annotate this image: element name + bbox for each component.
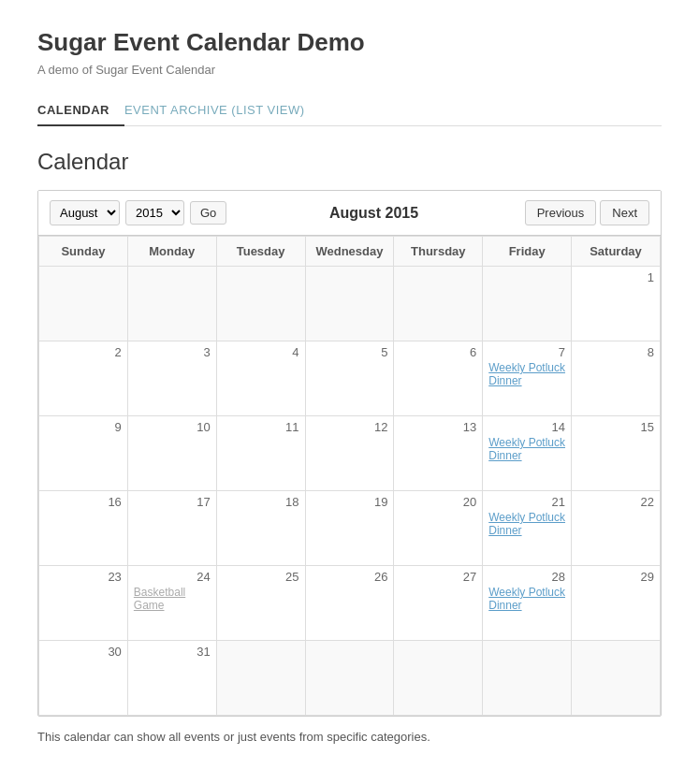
day-cell-empty — [483, 641, 572, 716]
day-cell-27: 27 — [394, 566, 483, 641]
day-cell-24: 24 Basketball Game — [127, 566, 216, 641]
day-cell-4: 4 — [216, 341, 305, 416]
calendar-title: August 2015 — [226, 205, 520, 222]
day-cell-28: 28 Weekly Potluck Dinner — [483, 566, 572, 641]
table-row: 30 31 — [39, 641, 661, 716]
day-cell-18: 18 — [216, 491, 305, 566]
header-thursday: Thursday — [394, 237, 483, 267]
day-cell-9: 9 — [39, 416, 128, 491]
header-monday: Monday — [127, 237, 216, 267]
page-wrapper: Sugar Event Calendar Demo A demo of Suga… — [0, 0, 699, 784]
calendar-grid: Sunday Monday Tuesday Wednesday Thursday… — [38, 236, 661, 716]
month-select[interactable]: August — [50, 200, 120, 225]
day-cell-empty — [305, 267, 394, 341]
header-wednesday: Wednesday — [305, 237, 394, 267]
day-cell-7: 7 Weekly Potluck Dinner — [483, 341, 572, 416]
event-weekly-potluck-28[interactable]: Weekly Potluck Dinner — [488, 586, 565, 612]
day-cell-15: 15 — [572, 416, 661, 491]
header-saturday: Saturday — [572, 237, 661, 267]
next-button[interactable]: Next — [600, 200, 649, 225]
day-cell-empty — [483, 267, 572, 341]
day-cell-8: 8 — [572, 341, 661, 416]
day-cell-empty — [572, 641, 661, 716]
day-cell-20: 20 — [394, 491, 483, 566]
tab-event-archive[interactable]: EVENT ARCHIVE (LIST VIEW) — [124, 95, 320, 126]
calendar-container: August 2015 Go August 2015 Previous Next… — [37, 190, 662, 717]
table-row: 16 17 18 19 20 21 Weekly Potluck Dinner … — [39, 491, 661, 566]
day-cell-21: 21 Weekly Potluck Dinner — [483, 491, 572, 566]
event-basketball-24[interactable]: Basketball Game — [134, 586, 211, 612]
header-sunday: Sunday — [39, 237, 128, 267]
day-cell-30: 30 — [39, 641, 128, 716]
table-row: 9 10 11 12 13 14 Weekly Potluck Dinner 1… — [39, 416, 661, 491]
day-cell-22: 22 — [572, 491, 661, 566]
day-cell-10: 10 — [127, 416, 216, 491]
header-friday: Friday — [483, 237, 572, 267]
event-weekly-potluck-14[interactable]: Weekly Potluck Dinner — [488, 436, 565, 462]
site-subtitle: A demo of Sugar Event Calendar — [37, 63, 662, 77]
header-tuesday: Tuesday — [216, 237, 305, 267]
day-cell-29: 29 — [572, 566, 661, 641]
table-row: 23 24 Basketball Game 25 26 27 28 Weekly… — [39, 566, 661, 641]
day-cell-23: 23 — [39, 566, 128, 641]
day-cell-1: 1 — [572, 267, 661, 341]
event-weekly-potluck-7[interactable]: Weekly Potluck Dinner — [488, 361, 565, 387]
day-cell-empty — [394, 267, 483, 341]
day-cell-11: 11 — [216, 416, 305, 491]
day-cell-16: 16 — [39, 491, 128, 566]
nav-tabs: CALENDAR EVENT ARCHIVE (LIST VIEW) — [37, 95, 662, 126]
day-cell-empty — [394, 641, 483, 716]
day-cell-19: 19 — [305, 491, 394, 566]
site-title: Sugar Event Calendar Demo — [37, 28, 662, 57]
previous-button[interactable]: Previous — [525, 200, 597, 225]
day-cell-17: 17 — [127, 491, 216, 566]
footer-note: This calendar can show all events or jus… — [37, 730, 662, 744]
day-cell-12: 12 — [305, 416, 394, 491]
day-cell-empty — [305, 641, 394, 716]
calendar-controls: August 2015 Go August 2015 Previous Next — [38, 191, 661, 236]
day-cell-14: 14 Weekly Potluck Dinner — [483, 416, 572, 491]
day-cell-25: 25 — [216, 566, 305, 641]
day-cell-5: 5 — [305, 341, 394, 416]
day-cell-6: 6 — [394, 341, 483, 416]
day-cell-empty — [39, 267, 128, 341]
day-cell-13: 13 — [394, 416, 483, 491]
event-weekly-potluck-21[interactable]: Weekly Potluck Dinner — [488, 511, 565, 537]
tab-calendar[interactable]: CALENDAR — [37, 95, 124, 126]
day-cell-31: 31 — [127, 641, 216, 716]
day-cell-empty — [127, 267, 216, 341]
day-header-row: Sunday Monday Tuesday Wednesday Thursday… — [39, 237, 661, 267]
table-row: 2 3 4 5 6 7 Weekly Potluck Dinner 8 — [39, 341, 661, 416]
day-cell-3: 3 — [127, 341, 216, 416]
go-button[interactable]: Go — [190, 201, 226, 225]
calendar-heading: Calendar — [37, 149, 662, 175]
year-select[interactable]: 2015 — [125, 200, 184, 225]
table-row: 1 — [39, 267, 661, 341]
day-cell-empty — [216, 641, 305, 716]
day-cell-26: 26 — [305, 566, 394, 641]
day-cell-empty — [216, 267, 305, 341]
day-cell-2: 2 — [39, 341, 128, 416]
